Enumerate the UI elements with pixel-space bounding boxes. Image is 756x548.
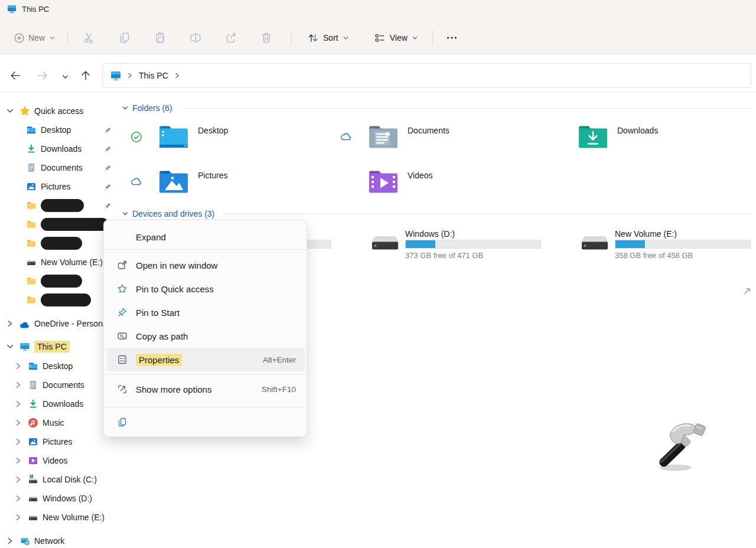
sidebar-item-desktop[interactable]: Desktop — [0, 121, 116, 139]
up-arrow-icon — [79, 69, 92, 82]
menu-mini-command-bar — [104, 410, 308, 434]
sidebar-item-this-pc-downloads-selected[interactable]: Downloads — [0, 395, 116, 413]
downloads-folder-icon — [577, 123, 609, 151]
desktop-folder-icon — [158, 123, 190, 151]
this-pc-monitor-icon — [19, 341, 30, 352]
sidebar-item-this-pc-windows-d[interactable]: Windows (D:) — [0, 490, 116, 507]
sidebar-item-redacted[interactable] — [0, 197, 116, 214]
forward-button[interactable] — [35, 68, 50, 83]
trash-icon — [260, 31, 273, 44]
menu-item-show-more-options[interactable]: Show more options Shift+F10 — [104, 377, 308, 401]
chevron-right-icon — [126, 72, 133, 79]
section-folders[interactable]: Folders (6) — [122, 103, 751, 113]
sidebar-item-onedrive[interactable]: OneDrive - Personal — [0, 315, 116, 332]
new-button-label: New — [28, 33, 45, 43]
back-button[interactable] — [8, 68, 22, 83]
sidebar-item-this-pc-pictures[interactable]: Pictures — [0, 433, 116, 451]
view-icon — [374, 32, 386, 44]
sidebar-item-downloads[interactable]: Downloads — [0, 140, 116, 158]
drive-tile-windows-d[interactable]: Windows (D:) 373 GB free of 471 GB — [371, 229, 542, 261]
chevron-right-icon — [6, 319, 14, 328]
folder-icon — [26, 238, 37, 249]
system-drive-icon — [28, 474, 38, 485]
sidebar-item-new-volume-e[interactable]: New Volume (E:) — [0, 253, 116, 271]
chevron-right-icon — [14, 513, 22, 521]
menu-item-shortcut: Alt+Enter — [263, 355, 296, 364]
sidebar-item-this-pc-music[interactable]: Music — [0, 414, 116, 432]
sidebar-item-label: Documents — [43, 380, 84, 390]
sidebar-item-redacted[interactable] — [0, 234, 116, 252]
chevron-right-icon — [14, 456, 22, 465]
breadcrumb-this-pc[interactable]: This PC — [139, 71, 168, 80]
sidebar-item-this-pc[interactable]: This PC — [0, 338, 116, 355]
chevron-right-icon — [14, 362, 22, 370]
sidebar-item-this-pc-videos[interactable]: Videos — [0, 452, 116, 469]
chevron-down-icon — [49, 35, 56, 41]
sort-button[interactable]: Sort — [301, 28, 355, 47]
tile-videos[interactable]: Videos — [340, 168, 535, 198]
delete-button[interactable] — [259, 31, 273, 45]
sidebar-item-redacted[interactable] — [0, 272, 116, 290]
desktop-folder-icon — [28, 361, 38, 371]
redacted-label — [41, 199, 84, 212]
tile-label: Pictures — [198, 171, 228, 180]
drive-icon — [28, 493, 38, 504]
sidebar-item-network[interactable]: Network — [0, 532, 116, 548]
view-button[interactable]: View — [368, 28, 424, 47]
menu-item-pin-to-start[interactable]: Pin to Start — [104, 301, 308, 324]
sidebar-item-label: Network — [34, 536, 64, 546]
paste-icon — [154, 31, 167, 44]
sidebar-item-label-highlighted: This PC — [34, 341, 70, 353]
share-button[interactable] — [224, 31, 238, 45]
sidebar-quick-access[interactable]: Quick access — [0, 102, 116, 120]
recent-locations-button[interactable] — [58, 70, 72, 84]
menu-item-properties[interactable]: Properties Alt+Enter — [104, 348, 308, 371]
tile-desktop[interactable]: Desktop — [131, 123, 325, 154]
this-pc-monitor-icon — [7, 4, 17, 14]
onedrive-cloud-icon — [19, 321, 30, 329]
drive-free-space: 358 GB free of 458 GB — [615, 251, 693, 260]
sidebar-item-this-pc-documents[interactable]: Documents — [0, 376, 116, 394]
tile-downloads[interactable]: Downloads — [550, 123, 745, 154]
menu-item-pin-to-quick-access[interactable]: Pin to Quick access — [104, 277, 308, 301]
sidebar-item-pictures[interactable]: Pictures — [0, 178, 116, 195]
redacted-label — [41, 275, 82, 288]
drive-tile-new-volume-e[interactable]: New Volume (E:) 358 GB free of 458 GB — [581, 229, 752, 261]
menu-item-label: Copy as path — [136, 331, 188, 341]
copy-button[interactable] — [118, 31, 132, 45]
folder-icon — [26, 295, 37, 305]
sidebar-item-label: Pictures — [43, 437, 73, 446]
share-icon — [224, 31, 237, 44]
chevron-right-icon — [14, 400, 22, 408]
address-bar[interactable]: This PC — [102, 63, 751, 88]
pin-icon — [104, 145, 112, 153]
copy-as-path-icon — [117, 331, 128, 341]
sidebar-item-this-pc-new-volume-e[interactable]: New Volume (E:) — [0, 508, 116, 526]
sidebar-item-label: Music — [43, 418, 64, 428]
up-button[interactable] — [79, 68, 93, 83]
menu-item-shortcut: Shift+F10 — [262, 385, 296, 394]
folder-icon — [26, 200, 37, 211]
sidebar-item-this-pc-local-disk-c[interactable]: Local Disk (C:) — [0, 471, 116, 488]
menu-item-copy-as-path[interactable]: Copy as path — [104, 324, 308, 348]
show-more-options-icon — [117, 384, 128, 394]
tile-documents[interactable]: Documents — [340, 123, 535, 154]
cut-button[interactable] — [82, 31, 96, 45]
sidebar-item-redacted[interactable] — [0, 216, 116, 233]
menu-item-open-in-new-window[interactable]: Open in new window — [104, 253, 308, 277]
menu-item-expand[interactable]: Expand — [104, 225, 308, 249]
drive-capacity-bar — [615, 240, 751, 249]
sidebar-item-this-pc-desktop[interactable]: Desktop — [0, 357, 116, 375]
new-button[interactable]: New — [8, 30, 61, 47]
section-title: Folders (6) — [132, 103, 172, 113]
section-devices-and-drives[interactable]: Devices and drives (3) — [122, 209, 751, 218]
sidebar-item-redacted[interactable] — [0, 291, 116, 309]
copy-icon — [117, 417, 128, 428]
rename-button[interactable] — [188, 31, 203, 45]
paste-button[interactable] — [153, 31, 167, 45]
sidebar-item-documents[interactable]: Documents — [0, 159, 116, 177]
section-divider — [224, 214, 751, 214]
more-options-button[interactable] — [445, 31, 459, 45]
drive-icon — [26, 257, 37, 268]
tile-pictures[interactable]: Pictures — [131, 168, 325, 198]
